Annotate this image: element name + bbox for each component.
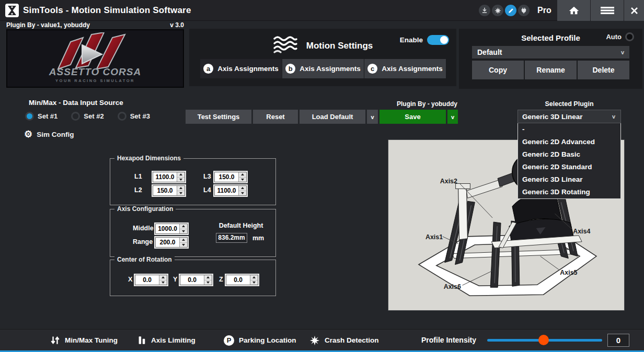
- y-spin-arrows[interactable]: [204, 275, 212, 285]
- tab-axis-assignments-c[interactable]: c Axis Assignments: [364, 59, 446, 78]
- enable-toggle[interactable]: [427, 35, 449, 45]
- l3-spinner[interactable]: [214, 172, 247, 182]
- y-input[interactable]: [180, 275, 204, 285]
- plugin-header-bar: Plugin By - value1, yobuddy v 3.0: [6, 21, 184, 29]
- crash-detection-button[interactable]: Crash Detection: [309, 330, 379, 351]
- middle-spin-arrows[interactable]: [179, 224, 187, 233]
- reset-button[interactable]: Reset: [253, 110, 298, 124]
- plugin-option[interactable]: Generic 2D Basic: [518, 148, 620, 161]
- axis1-label: Axis1: [426, 233, 443, 241]
- motion-settings-title: Motion Settings: [306, 41, 373, 51]
- save-dropdown-arrow[interactable]: v: [447, 110, 458, 124]
- z-input[interactable]: [226, 275, 250, 285]
- menu-button[interactable]: [591, 0, 624, 21]
- l3-input[interactable]: [215, 172, 238, 182]
- axis4-label: Axis4: [573, 228, 590, 235]
- bars-icon: [137, 335, 146, 345]
- center-of-rotation-group: Center of Rotation X Y Z: [110, 260, 276, 296]
- l2-spin-arrows[interactable]: [177, 186, 185, 195]
- middle-input[interactable]: [156, 224, 179, 233]
- parking-location-button[interactable]: P Parking Location: [224, 330, 296, 351]
- hexapod-dimensions-label: Hexapod Dimensions: [114, 155, 183, 162]
- l3-spin-arrows[interactable]: [238, 172, 246, 182]
- tab-axis-assignments-b[interactable]: b Axis Assignments: [282, 59, 364, 78]
- axis-configuration-label: Axis Configuration: [114, 205, 176, 213]
- bottom-toolbar: Min/Max Tuning Axis Limiting P Parking L…: [0, 329, 644, 350]
- set1-radio[interactable]: Set #1: [25, 112, 58, 121]
- axis6-label: Axis6: [444, 283, 461, 290]
- l2-input[interactable]: [153, 186, 177, 195]
- slider-thumb[interactable]: [538, 335, 549, 345]
- axis2-label: Axis2: [440, 178, 457, 185]
- letter-b-icon: b: [285, 64, 295, 74]
- profile-dropdown[interactable]: Default v: [472, 46, 629, 58]
- l1-spin-arrows[interactable]: [177, 172, 185, 182]
- l4-spin-arrows[interactable]: [238, 186, 246, 195]
- middle-spinner[interactable]: [155, 224, 188, 234]
- home-button[interactable]: [557, 0, 590, 21]
- profile-intensity-label: Profile Intensity: [421, 330, 476, 351]
- selected-plugin-options-list: - Generic 2D Advanced Generic 2D Basic G…: [518, 123, 621, 199]
- plugin-option[interactable]: Generic 2D Standard: [518, 161, 620, 173]
- simtools-logo-icon: [5, 4, 19, 17]
- plugin-by-yobuddy-label: Plugin By - yobuddy: [366, 100, 457, 108]
- x-spinner[interactable]: [135, 275, 167, 285]
- l1-spinner[interactable]: [153, 172, 185, 182]
- set2-radio[interactable]: Set #2: [71, 112, 104, 121]
- default-height-value: 836.2mm: [216, 233, 247, 243]
- pro-badge: Pro: [537, 0, 551, 21]
- load-default-dropdown-arrow[interactable]: v: [367, 110, 378, 124]
- selected-plugin-title: Selected Plugin: [518, 100, 621, 108]
- edit-icon[interactable]: [505, 5, 516, 16]
- range-spin-arrows[interactable]: [179, 238, 187, 247]
- load-default-button[interactable]: Load Default: [300, 110, 365, 124]
- axis-limiting-button[interactable]: Axis Limiting: [137, 330, 196, 351]
- sim-config-button[interactable]: ⚙ Sim Config: [24, 130, 74, 139]
- app-title: SimTools - Motion Simulation Software: [23, 0, 191, 21]
- plugin-icon[interactable]: [518, 5, 530, 16]
- l1-input[interactable]: [153, 172, 177, 182]
- svg-text:YOUR RACING SIMULATOR: YOUR RACING SIMULATOR: [55, 78, 135, 83]
- hexapod-dimensions-group: Hexapod Dimensions L1 L2 L3 L4: [110, 158, 276, 205]
- l2-spinner[interactable]: [153, 185, 185, 196]
- axis-configuration-group: Axis Configuration Middle Range Default …: [110, 209, 276, 257]
- profile-intensity-value: 0: [607, 334, 629, 347]
- l4-input[interactable]: [215, 186, 238, 195]
- delete-button[interactable]: Delete: [578, 61, 629, 79]
- selected-plugin-dropdown[interactable]: Generic 3D Linear v: [518, 110, 621, 123]
- plugin-option[interactable]: Generic 3D Linear: [518, 173, 620, 186]
- download-icon[interactable]: [479, 5, 490, 16]
- axis5-label: Axis5: [560, 269, 577, 276]
- mm-unit-label: mm: [252, 234, 264, 242]
- copy-button[interactable]: Copy: [472, 61, 524, 79]
- title-bar: SimTools - Motion Simulation Software Pr…: [0, 0, 644, 21]
- game-logo: ASSETTO CORSA YOUR RACING SIMULATOR: [6, 29, 184, 88]
- minmax-tuning-button[interactable]: Min/Max Tuning: [50, 330, 118, 351]
- rename-button[interactable]: Rename: [525, 61, 577, 79]
- range-spinner[interactable]: [155, 237, 188, 248]
- auto-toggle[interactable]: [625, 32, 634, 41]
- range-input[interactable]: [156, 238, 179, 247]
- plugin-option[interactable]: Generic 3D Rotating: [518, 186, 620, 198]
- test-settings-button[interactable]: Test Settings: [186, 110, 251, 124]
- tab-axis-assignments-a[interactable]: a Axis Assignments: [200, 59, 282, 78]
- l4-spinner[interactable]: [214, 185, 247, 196]
- profile-dropdown-value: Default: [472, 48, 621, 56]
- radio-icon: [71, 112, 80, 121]
- set3-radio[interactable]: Set #3: [118, 112, 150, 121]
- gear-icon: ⚙: [24, 130, 32, 139]
- x-spin-arrows[interactable]: [159, 275, 167, 285]
- radio-icon: [118, 112, 126, 121]
- crash-icon[interactable]: [492, 5, 503, 16]
- y-spinner[interactable]: [180, 275, 212, 285]
- z-spinner[interactable]: [226, 275, 258, 285]
- save-button[interactable]: Save: [380, 110, 446, 124]
- plugin-by-label: Plugin By - value1, yobuddy: [6, 21, 90, 29]
- profile-intensity-slider[interactable]: [487, 339, 602, 342]
- plugin-option[interactable]: -: [518, 123, 620, 136]
- plugin-version: v 3.0: [170, 21, 184, 29]
- z-spin-arrows[interactable]: [250, 275, 258, 285]
- close-button[interactable]: [624, 0, 644, 21]
- x-input[interactable]: [135, 275, 159, 285]
- plugin-option[interactable]: Generic 2D Advanced: [518, 136, 620, 148]
